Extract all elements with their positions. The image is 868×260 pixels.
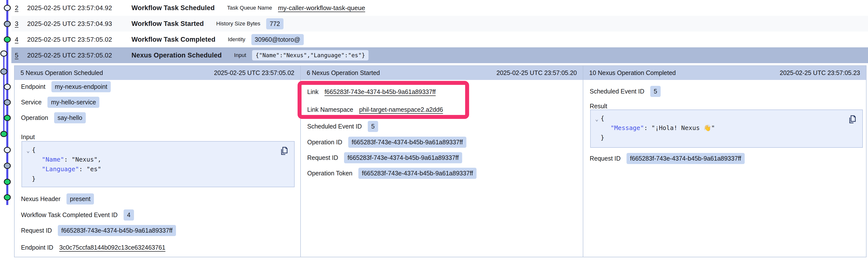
panel-timestamp: 2025-02-25 UTC 23:57:05.02 bbox=[214, 69, 294, 76]
operation-badge: say-hello bbox=[54, 112, 86, 123]
event-id-link[interactable]: 4 bbox=[15, 36, 27, 43]
endpoint-badge: my-nexus-endpoint bbox=[52, 81, 111, 92]
field-label: Operation Token bbox=[307, 170, 352, 177]
collapse-chevron-icon[interactable]: ⌄ bbox=[26, 146, 30, 155]
field-nexus-header: Nexus Header present bbox=[21, 193, 94, 204]
panel-nexus-operation-started: 6 Nexus Operation Started 2025-02-25 UTC… bbox=[301, 66, 583, 257]
event-name: Nexus Operation Scheduled bbox=[131, 51, 222, 59]
event-attr-label: Identity bbox=[228, 36, 245, 43]
panel-title: 10 Nexus Operation Completed bbox=[589, 69, 676, 76]
link-namespace-link[interactable]: phil-target-namespace2.a2dd6 bbox=[359, 106, 443, 113]
field-label: Service bbox=[21, 99, 41, 106]
field-label: Workflow Task Completed Event ID bbox=[21, 212, 118, 219]
event-dot-scheduled bbox=[4, 84, 10, 89]
panel-title: 5 Nexus Operation Scheduled bbox=[21, 69, 103, 76]
panel-header: 10 Nexus Operation Completed 2025-02-25 … bbox=[583, 66, 866, 80]
history-row-4[interactable]: 4 2025-02-25 UTC 23:57:05.02 Workflow Ta… bbox=[11, 32, 868, 47]
nexus-header-badge: present bbox=[66, 193, 94, 205]
field-endpoint-id: Endpoint ID 3c0c75ccfa8144b092c13ce63246… bbox=[21, 242, 165, 253]
field-label: Endpoint ID bbox=[21, 244, 53, 251]
panel-header: 6 Nexus Operation Started 2025-02-25 UTC… bbox=[301, 66, 583, 80]
json-key: "Message" bbox=[611, 124, 644, 132]
field-scheduled-event-id: Scheduled Event ID 5 bbox=[307, 121, 378, 132]
field-link-namespace: Link Namespace phil-target-namespace2.a2… bbox=[307, 104, 443, 115]
copy-icon[interactable] bbox=[279, 146, 289, 156]
request-id-badge: f665283f-743e-4374-b45b-9a61a89337ff bbox=[626, 153, 745, 164]
request-id-badge: f665283f-743e-4374-b45b-9a61a89337ff bbox=[58, 225, 176, 236]
field-label: Operation bbox=[21, 114, 48, 121]
field-endpoint: Endpoint my-nexus-endpoint bbox=[21, 81, 111, 92]
event-dot-started bbox=[4, 100, 10, 105]
field-label: Link Namespace bbox=[307, 106, 353, 113]
field-operation-id: Operation ID f665283f-743e-4374-b45b-9a6… bbox=[307, 137, 466, 148]
json-key: "Name" bbox=[42, 156, 64, 163]
event-group-detail-panel: 5 Nexus Operation Scheduled 2025-02-25 U… bbox=[14, 65, 867, 257]
copy-icon[interactable] bbox=[847, 114, 857, 124]
json-value: "¡Hola! Nexus 👋" bbox=[651, 124, 715, 132]
event-attr-label: Input bbox=[234, 52, 246, 59]
event-dot-scheduled bbox=[1, 51, 7, 56]
json-key: "Language" bbox=[42, 165, 79, 173]
field-label: Input bbox=[21, 134, 35, 141]
event-dot-completed bbox=[4, 195, 10, 200]
json-value: "Nexus", bbox=[71, 156, 101, 163]
field-label: Operation ID bbox=[307, 139, 342, 146]
history-row-3[interactable]: 3 2025-02-25 UTC 23:57:04.93 Workflow Ta… bbox=[11, 16, 868, 32]
history-row-5-selected[interactable]: 5 2025-02-25 UTC 23:57:05.02 Nexus Opera… bbox=[11, 47, 868, 63]
nexus-link[interactable]: f665283f-743e-4374-b45b-9a61a89337ff bbox=[324, 88, 436, 96]
field-label: Link bbox=[307, 88, 318, 96]
event-dot-completed bbox=[4, 179, 10, 185]
field-wft-completed-event-id: Workflow Task Completed Event ID 4 bbox=[21, 210, 134, 220]
collapse-chevron-icon[interactable]: ⌄ bbox=[595, 114, 598, 124]
field-operation-token: Operation Token f665283f-743e-4374-b45b-… bbox=[307, 168, 476, 179]
panel-timestamp: 2025-02-25 UTC 23:57:05.23 bbox=[780, 69, 860, 76]
event-name: Workflow Task Scheduled bbox=[131, 4, 215, 12]
history-row-2[interactable]: 2 2025-02-25 UTC 23:57:04.92 Workflow Ta… bbox=[11, 0, 868, 16]
panel-nexus-operation-scheduled: 5 Nexus Operation Scheduled 2025-02-25 U… bbox=[14, 66, 301, 257]
event-timestamp: 2025-02-25 UTC 23:57:05.02 bbox=[27, 51, 131, 59]
field-scheduled-event-id: Scheduled Event ID 5 bbox=[590, 86, 661, 97]
event-id-badge: 4 bbox=[124, 210, 134, 221]
field-request-id: Request ID f665283f-743e-4374-b45b-9a61a… bbox=[307, 152, 462, 163]
request-id-badge: f665283f-743e-4374-b45b-9a61a89337ff bbox=[344, 152, 462, 163]
event-dot-started bbox=[1, 69, 7, 74]
panel-timestamp: 2025-02-25 UTC 23:57:05.20 bbox=[497, 69, 577, 76]
field-label: Nexus Header bbox=[21, 195, 61, 202]
event-id-link[interactable]: 2 bbox=[15, 4, 27, 12]
field-label: Request ID bbox=[21, 227, 52, 234]
event-dot-completed bbox=[1, 131, 7, 137]
task-queue-link[interactable]: my-caller-workflow-task-queue bbox=[278, 4, 365, 11]
endpoint-id-link[interactable]: 3c0c75ccfa8144b092c13ce632463761 bbox=[59, 244, 165, 251]
event-attr-label: History Size Bytes bbox=[216, 21, 260, 27]
operation-id-badge: f665283f-743e-4374-b45b-9a61a89337ff bbox=[348, 137, 466, 148]
field-link: Link f665283f-743e-4374-b45b-9a61a89337f… bbox=[307, 86, 436, 97]
input-json-badge: {"Name":"Nexus","Language":"es"} bbox=[252, 50, 369, 61]
field-label: Scheduled Event ID bbox=[307, 123, 362, 130]
json-close-brace: } bbox=[32, 175, 36, 182]
field-label: Scheduled Event ID bbox=[590, 88, 644, 95]
event-timeline: ellipse { stroke:#15161a; } bbox=[0, 0, 15, 260]
field-request-id: Request ID f665283f-743e-4374-b45b-9a61a… bbox=[590, 153, 745, 164]
service-badge: my-hello-service bbox=[48, 97, 99, 108]
field-service: Service my-hello-service bbox=[21, 97, 99, 108]
event-id-badge: 5 bbox=[650, 86, 661, 97]
json-value: "es" bbox=[87, 165, 101, 173]
json-open-brace: { bbox=[600, 115, 604, 122]
event-id-link[interactable]: 3 bbox=[15, 20, 27, 28]
panel-header: 5 Nexus Operation Scheduled 2025-02-25 U… bbox=[14, 66, 300, 80]
field-request-id: Request ID f665283f-743e-4374-b45b-9a61a… bbox=[21, 225, 176, 236]
event-dot-completed bbox=[4, 115, 10, 121]
field-label: Endpoint bbox=[21, 83, 45, 90]
event-name: Workflow Task Started bbox=[131, 20, 204, 28]
history-size-badge: 772 bbox=[266, 18, 283, 29]
json-separator: : bbox=[79, 165, 87, 173]
event-dot-started bbox=[4, 163, 10, 169]
field-label: Result bbox=[590, 103, 607, 110]
event-dot-scheduled bbox=[4, 147, 10, 153]
event-id-link[interactable]: 5 bbox=[15, 51, 27, 59]
event-name: Workflow Task Completed bbox=[131, 36, 216, 43]
event-timestamp: 2025-02-25 UTC 23:57:05.02 bbox=[27, 36, 131, 43]
panel-title: 6 Nexus Operation Started bbox=[307, 69, 380, 76]
field-label: Request ID bbox=[307, 154, 338, 161]
panel-nexus-operation-completed: 10 Nexus Operation Completed 2025-02-25 … bbox=[583, 66, 866, 257]
